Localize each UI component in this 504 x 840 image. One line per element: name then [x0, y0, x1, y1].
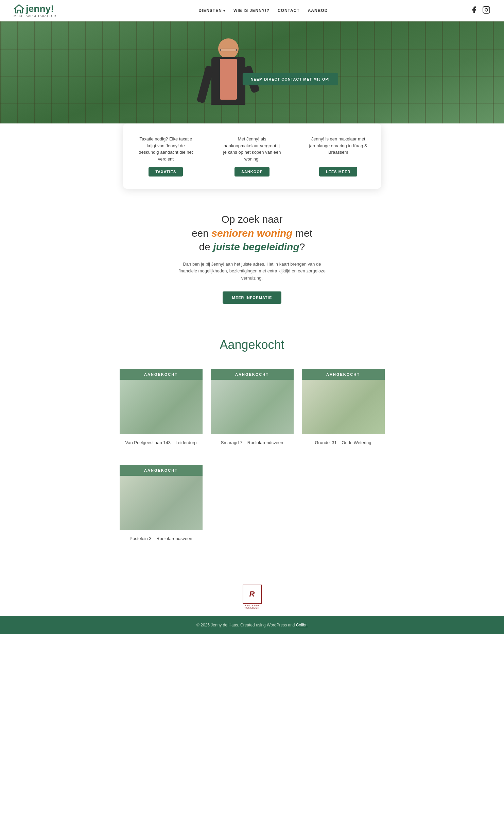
nav-aanbod[interactable]: AANBOD [308, 8, 328, 13]
nav-wie-is-jenny[interactable]: WIE IS JENNY!? [233, 8, 270, 13]
property-image-2 [211, 380, 294, 434]
card-aankoop: Met Jenny! als aankoopmakelaar vergroot … [223, 136, 281, 177]
senior-section: Op zoek naar een senioren woning met de … [164, 189, 341, 324]
instagram-icon [482, 6, 490, 14]
property-badge-1: AANGEKOCHT [120, 369, 203, 380]
instagram-link[interactable] [482, 6, 490, 15]
logo-text: jenny! [26, 3, 54, 14]
logo[interactable]: jenny! MAKELAAR & TAXATEUR [14, 3, 56, 18]
senior-title-highlight-orange: senioren woning [211, 228, 292, 239]
register-taxateur-area: R REGISTERTAXATEUR [0, 574, 504, 616]
property-card-1: AANGEKOCHT Van Poelgeestlaan 143 – Leide… [120, 369, 203, 451]
svg-marker-0 [14, 5, 24, 13]
card-lees-meer-text: Jenny! is een makelaar met jarenlange er… [309, 136, 368, 156]
main-nav: DIENSTEN WIE IS JENNY!? CONTACT AANBOD [198, 8, 328, 13]
hero-cta-button[interactable]: NEEM DIRECT CONTACT MET MIJ OP! [242, 73, 338, 85]
property-badge-4: AANGEKOCHT [120, 465, 203, 476]
card-lees-meer: Jenny! is een makelaar met jarenlange er… [309, 136, 368, 177]
property-image-4 [120, 476, 203, 530]
property-address-1: Van Poelgeestlaan 143 – Leiderdorp [120, 434, 203, 451]
property-image-3 [302, 380, 385, 434]
card-divider-2 [295, 136, 295, 177]
footer-copyright-text: © 2025 Jenny de Haas. Created using Word… [196, 623, 295, 627]
card-taxaties-text: Taxatie nodig? Elke taxatie krijgt van J… [137, 136, 195, 162]
property-address-2: Smaragd 7 – Roelofarendsveen [211, 434, 294, 451]
cards-wrapper: Taxatie nodig? Elke taxatie krijgt van J… [123, 123, 381, 189]
site-header: jenny! MAKELAAR & TAXATEUR DIENSTEN WIE … [0, 0, 504, 21]
property-grid: AANGEKOCHT Van Poelgeestlaan 143 – Leide… [120, 369, 385, 451]
aangekocht-title: Aangekocht [120, 338, 385, 352]
property-card-2: AANGEKOCHT Smaragd 7 – Roelofarendsveen [211, 369, 294, 451]
card-lees-meer-button[interactable]: LEES MEER [319, 167, 358, 177]
senior-title-line3-part2: ? [299, 241, 305, 252]
property-row-single: AANGEKOCHT Postelein 3 – Roelofarendsvee… [120, 465, 385, 547]
register-taxateur-label: REGISTERTAXATEUR [244, 604, 259, 609]
footer-colibri-link[interactable]: Colibri [296, 623, 308, 627]
site-footer: © 2025 Jenny de Haas. Created using Word… [0, 616, 504, 634]
svg-point-3 [488, 7, 488, 8]
facebook-link[interactable] [470, 6, 478, 15]
register-taxateur-badge: R [243, 585, 262, 604]
hero-person-image [198, 38, 259, 137]
svg-rect-1 [483, 6, 490, 13]
senior-title-line2-part2: met [293, 228, 312, 239]
senior-title-line1: Op zoek naar [221, 214, 282, 225]
facebook-icon [470, 6, 478, 14]
property-image-1 [120, 380, 203, 434]
svg-point-2 [485, 9, 488, 11]
logo-subtitle: MAKELAAR & TAXATEUR [14, 14, 56, 18]
property-card-3: AANGEKOCHT Grundel 31 – Oude Wetering [302, 369, 385, 451]
nav-diensten[interactable]: DIENSTEN [198, 8, 225, 13]
property-address-4: Postelein 3 – Roelofarendsveen [120, 530, 203, 547]
card-divider-1 [209, 136, 209, 177]
card-aankoop-text: Met Jenny! als aankoopmakelaar vergroot … [223, 136, 281, 162]
meer-informatie-button[interactable]: MEER INFORMATIE [223, 291, 281, 304]
senior-title: Op zoek naar een senioren woning met de … [177, 213, 327, 254]
senior-title-line2-part1: een [192, 228, 211, 239]
card-taxaties-button[interactable]: TAXATIES [149, 167, 183, 177]
property-badge-2: AANGEKOCHT [211, 369, 294, 380]
social-links [470, 6, 490, 15]
nav-contact[interactable]: CONTACT [278, 8, 300, 13]
property-badge-3: AANGEKOCHT [302, 369, 385, 380]
property-card-4: AANGEKOCHT Postelein 3 – Roelofarendsvee… [120, 465, 203, 547]
aangekocht-section: Aangekocht AANGEKOCHT Van Poelgeestlaan … [99, 324, 405, 574]
property-address-3: Grundel 31 – Oude Wetering [302, 434, 385, 451]
hero-section: NEEM DIRECT CONTACT MET MIJ OP! [0, 21, 504, 137]
footer-copyright: © 2025 Jenny de Haas. Created using Word… [7, 623, 497, 627]
card-aankoop-button[interactable]: AANKOOP [234, 167, 270, 177]
card-taxaties: Taxatie nodig? Elke taxatie krijgt van J… [137, 136, 195, 177]
senior-title-highlight-teal: juiste begeleiding [213, 241, 299, 252]
senior-description: Dan ben je bij Jenny! aan het juiste adr… [177, 261, 327, 282]
cards-section: Taxatie nodig? Elke taxatie krijgt van J… [0, 123, 504, 189]
senior-title-line3-part1: de [199, 241, 213, 252]
logo-house-icon [14, 4, 24, 14]
register-taxateur-letter: R [249, 590, 255, 599]
